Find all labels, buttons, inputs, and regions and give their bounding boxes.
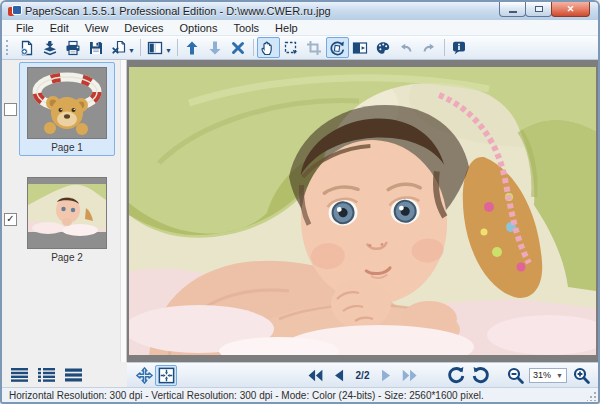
rotate-counterclockwise-icon (447, 366, 465, 384)
zoom-out-icon (507, 367, 524, 384)
toolbar-separator (444, 39, 445, 56)
menu-view[interactable]: View (77, 22, 117, 34)
rotate-clockwise-icon (472, 366, 490, 384)
paperscan-window: PaperScan 1.5.5.1 Professional Edition -… (0, 0, 600, 404)
export-dropdown-caret[interactable]: ▼ (128, 47, 135, 54)
pan-arrows-icon (136, 367, 153, 384)
previous-page-button[interactable] (328, 365, 350, 386)
first-page-button[interactable] (304, 365, 326, 386)
zoom-controls: 31% ▼ (445, 365, 592, 386)
print-button[interactable] (61, 37, 84, 58)
redo-button[interactable] (418, 37, 441, 58)
menu-options[interactable]: Options (171, 22, 225, 34)
acquire-batch-icon (42, 40, 58, 56)
view-layout-button[interactable] (144, 37, 167, 58)
annotation-info-button[interactable] (448, 37, 471, 58)
export-pages-button[interactable] (107, 37, 130, 58)
move-page-up-button[interactable] (181, 37, 204, 58)
page-item-2[interactable]: ✓ (2, 172, 120, 266)
page-2-card[interactable]: Page 2 (19, 172, 115, 266)
rotate-cw-button[interactable] (470, 365, 492, 386)
window-controls: ✕ (500, 2, 590, 17)
pages-sidebar: Page 1 ✓ (2, 60, 120, 362)
undo-icon (398, 40, 414, 56)
thumbnail-view-details-button[interactable] (36, 364, 58, 385)
page-item-1[interactable]: Page 1 (2, 62, 120, 156)
select-area-button[interactable] (280, 37, 303, 58)
toolbar-grip (6, 40, 11, 55)
arrow-down-icon (207, 40, 223, 56)
selection-marquee-icon (283, 40, 299, 56)
export-pages-icon (111, 40, 127, 56)
next-page-icon (380, 369, 393, 382)
undo-button[interactable] (395, 37, 418, 58)
sidebar-splitter[interactable] (120, 60, 127, 362)
menu-file[interactable]: File (8, 22, 42, 34)
pan-mode-button[interactable] (133, 365, 155, 386)
move-page-down-button[interactable] (204, 37, 227, 58)
redo-icon (421, 40, 437, 56)
resize-grip[interactable] (587, 392, 596, 401)
zoom-level-value: 31% (533, 370, 551, 380)
toolbar-separator (253, 39, 254, 56)
info-bubble-icon (451, 40, 467, 56)
fit-page-icon (158, 367, 175, 384)
page-navigation: 2/2 (304, 365, 422, 386)
page-2-thumbnail[interactable] (27, 177, 107, 249)
save-button[interactable] (84, 37, 107, 58)
page-1-card[interactable]: Page 1 (19, 62, 115, 156)
viewer-toolbar: 2/2 (127, 362, 598, 387)
minimize-button[interactable] (499, 2, 526, 17)
title-bar[interactable]: PaperScan 1.5.5.1 Professional Edition -… (2, 2, 598, 20)
maximize-button[interactable] (525, 2, 552, 17)
maximize-icon (535, 6, 543, 12)
list-large-icon (11, 368, 29, 382)
menu-bar: File Edit View Devices Options Tools Hel… (2, 20, 598, 36)
view-layout-icon (147, 40, 163, 56)
crop-button[interactable] (303, 37, 326, 58)
arrow-up-icon (184, 40, 200, 56)
window-title: PaperScan 1.5.5.1 Professional Edition -… (25, 5, 331, 17)
last-page-button[interactable] (399, 365, 421, 386)
close-button[interactable]: ✕ (551, 2, 590, 17)
thumbnail-view-large-button[interactable] (9, 364, 31, 385)
page-indicator: 2/2 (356, 370, 370, 381)
image-adjustments-button[interactable] (349, 37, 372, 58)
view-layout-dropdown-caret[interactable]: ▼ (165, 47, 172, 54)
next-page-button[interactable] (375, 365, 397, 386)
page-1-thumbnail[interactable] (27, 67, 107, 139)
previous-page-icon (332, 369, 345, 382)
status-text: Horizontal Resolution: 300 dpi - Vertica… (9, 390, 484, 401)
zoom-out-button[interactable] (504, 365, 526, 386)
rotate-ccw-button[interactable] (445, 365, 467, 386)
menu-help[interactable]: Help (267, 22, 306, 34)
zoom-dropdown-caret[interactable]: ▼ (556, 372, 563, 379)
sidebar-view-toolbar (2, 362, 127, 387)
last-page-icon (402, 369, 418, 382)
page-2-label: Page 2 (20, 252, 114, 263)
menu-edit[interactable]: Edit (42, 22, 77, 34)
zoom-in-button[interactable] (570, 365, 592, 386)
acquire-batch-button[interactable] (38, 37, 61, 58)
color-palette-button[interactable] (372, 37, 395, 58)
fit-to-window-button[interactable] (155, 365, 177, 386)
page-2-checkbox[interactable]: ✓ (4, 213, 17, 226)
zoom-level-combobox[interactable]: 31% ▼ (529, 368, 567, 383)
rotate-page-icon (329, 40, 345, 56)
bottom-row: 2/2 (2, 362, 598, 387)
acquire-single-button[interactable] (15, 37, 38, 58)
pan-tool-button[interactable] (257, 37, 280, 58)
list-details-icon (38, 368, 56, 382)
page-1-label: Page 1 (20, 142, 114, 153)
menu-devices[interactable]: Devices (116, 22, 171, 34)
thumbnail-view-compact-button[interactable] (63, 364, 85, 385)
delete-page-button[interactable] (227, 37, 250, 58)
toolbar-separator (177, 39, 178, 56)
save-icon (88, 40, 104, 56)
image-viewer[interactable] (127, 60, 598, 362)
first-page-icon (307, 369, 323, 382)
menu-tools[interactable]: Tools (225, 22, 267, 34)
teddy-bear-thumbnail-image (28, 68, 106, 138)
page-1-checkbox[interactable] (4, 103, 17, 116)
rotate-tool-button[interactable] (326, 37, 349, 58)
